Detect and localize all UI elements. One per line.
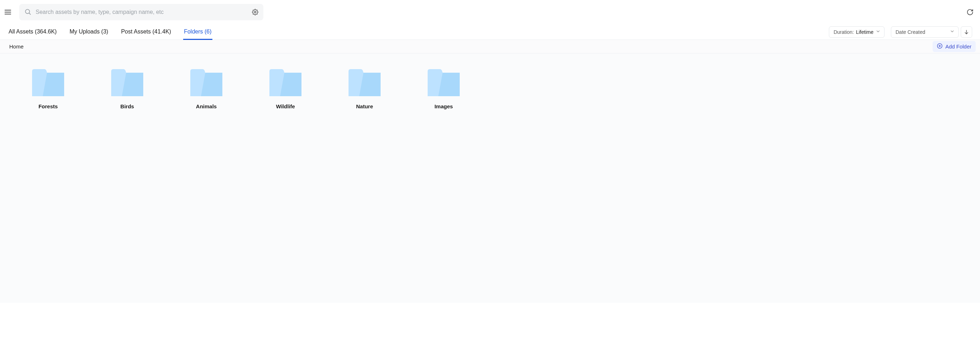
- folder-label: Forests: [38, 104, 58, 109]
- chevron-down-icon: [950, 29, 955, 35]
- folder-label: Birds: [121, 104, 134, 109]
- sort-direction-button[interactable]: [961, 26, 972, 38]
- chevron-down-icon: [876, 29, 881, 35]
- folders-area: Forests Birds Animals Wildlife Nature: [0, 53, 980, 303]
- duration-prefix: Duration:: [834, 29, 854, 35]
- right-controls: Duration: Lifetime Date Created: [829, 26, 972, 38]
- search-settings-button[interactable]: [252, 9, 258, 15]
- arrow-down-icon: [964, 29, 969, 35]
- sort-selected: Date Created: [896, 29, 925, 35]
- folder-icon: [32, 69, 64, 96]
- folder-icon: [190, 69, 223, 96]
- svg-point-5: [255, 11, 256, 13]
- folder-label: Images: [434, 104, 453, 109]
- search-field-wrap: [19, 4, 263, 20]
- add-folder-label: Add Folder: [945, 43, 972, 49]
- folder-item[interactable]: Birds: [88, 69, 167, 109]
- refresh-button[interactable]: [965, 7, 975, 17]
- top-bar: [0, 0, 980, 24]
- folders-grid: Forests Birds Animals Wildlife Nature: [8, 69, 972, 109]
- folder-icon: [428, 69, 460, 96]
- folder-icon: [348, 69, 380, 96]
- folder-item[interactable]: Images: [404, 69, 483, 109]
- tab-all-assets[interactable]: All Assets (364.6K): [8, 25, 57, 40]
- duration-value: Lifetime: [856, 29, 873, 35]
- folder-label: Animals: [196, 104, 217, 109]
- refresh-icon: [966, 8, 974, 16]
- folder-item[interactable]: Nature: [325, 69, 404, 109]
- gear-icon: [252, 9, 258, 15]
- search-icon: [24, 8, 31, 16]
- tab-my-uploads[interactable]: My Uploads (3): [69, 25, 109, 40]
- svg-line-4: [29, 13, 31, 14]
- breadcrumb[interactable]: Home: [9, 43, 24, 49]
- folder-icon: [111, 69, 143, 96]
- tabs-row: All Assets (364.6K) My Uploads (3) Post …: [0, 24, 980, 40]
- add-folder-button[interactable]: Add Folder: [932, 41, 976, 52]
- tab-post-assets[interactable]: Post Assets (41.4K): [121, 25, 172, 40]
- folder-icon: [269, 69, 301, 96]
- menu-button[interactable]: [3, 7, 13, 17]
- folder-label: Wildlife: [276, 104, 295, 109]
- folder-label: Nature: [356, 104, 373, 109]
- duration-select[interactable]: Duration: Lifetime: [829, 26, 885, 38]
- folder-item[interactable]: Forests: [8, 69, 88, 109]
- plus-circle-icon: [937, 43, 943, 50]
- folder-item[interactable]: Animals: [167, 69, 246, 109]
- hamburger-icon: [4, 8, 12, 16]
- folder-item[interactable]: Wildlife: [246, 69, 325, 109]
- tab-folders[interactable]: Folders (6): [183, 25, 212, 40]
- sort-select[interactable]: Date Created: [891, 26, 959, 38]
- breadcrumb-row: Home Add Folder: [0, 40, 980, 53]
- search-input[interactable]: [36, 9, 248, 15]
